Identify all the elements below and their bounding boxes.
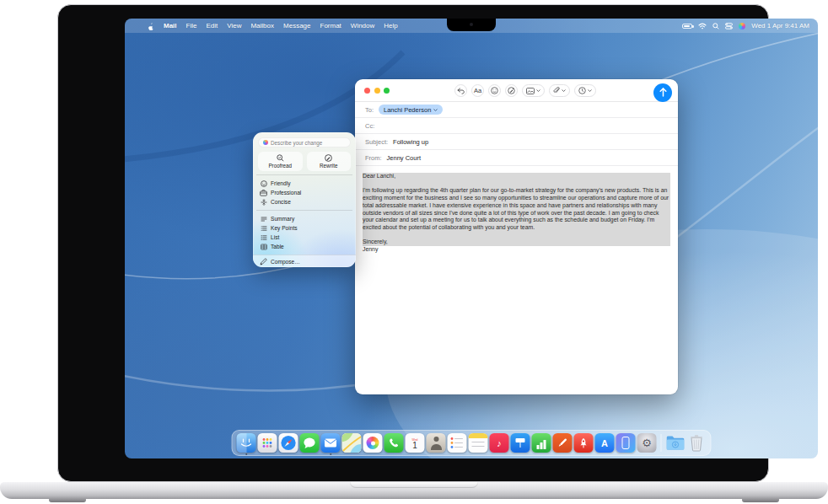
dock-keynote-icon[interactable] (511, 433, 530, 453)
chevron-down-icon (536, 89, 540, 92)
menu-item-mailbox[interactable]: Mailbox (250, 22, 274, 29)
compose-toolbar: Aa (454, 84, 596, 97)
search-icon[interactable] (712, 23, 719, 29)
contacts-silhouette (433, 437, 438, 442)
battery-icon[interactable] (682, 24, 692, 29)
to-recipient-name: Lanchi Pederson (384, 106, 431, 114)
tone-item-friendly[interactable]: Friendly (258, 179, 351, 188)
writing-tools-button[interactable] (505, 84, 518, 97)
menu-item-help[interactable]: Help (384, 22, 397, 29)
dock-facetime-icon[interactable] (384, 433, 404, 453)
close-button[interactable] (364, 88, 370, 94)
dock-pages-icon[interactable] (553, 433, 573, 453)
menu-item-view[interactable]: View (227, 22, 241, 29)
tone-item-concise[interactable]: Concise (258, 197, 351, 206)
to-recipient-token[interactable]: Lanchi Pederson (379, 105, 443, 115)
macbook-foot-left (49, 497, 86, 502)
rewrite-button[interactable]: Rewrite (307, 152, 352, 171)
dock-reminders-icon[interactable] (448, 433, 467, 453)
send-button[interactable] (653, 83, 672, 102)
menu-item-window[interactable]: Window (351, 22, 374, 29)
format-item-list[interactable]: List (258, 233, 351, 242)
tone-item-professional[interactable]: Professional (258, 188, 351, 197)
writing-tools-buttons: Proofread Rewrite (258, 152, 351, 171)
blank-line (363, 180, 670, 188)
cc-field[interactable]: Cc: (355, 118, 678, 134)
from-field[interactable]: From: Jenny Court (355, 150, 678, 166)
rewrite-pencil-icon (325, 154, 332, 162)
menu-item-format[interactable]: Format (320, 22, 341, 29)
control-center-icon[interactable] (725, 23, 733, 29)
traffic-lights (364, 88, 390, 94)
zoom-button[interactable] (384, 88, 390, 94)
photos-pinwheel (367, 437, 379, 449)
menu-item-mail[interactable]: Mail (164, 22, 177, 29)
paperclip-icon (553, 87, 560, 94)
photo-browser-button[interactable] (522, 84, 545, 97)
dock-numbers-icon[interactable] (532, 433, 551, 453)
subject-field[interactable]: Subject: Following up (355, 134, 678, 150)
writing-tools-popup: Describe your change Proofread Rewrite F… (253, 132, 356, 267)
siri-icon[interactable] (739, 23, 745, 29)
dock-notes-icon[interactable] (469, 433, 488, 453)
menu-item-file[interactable]: File (186, 22, 197, 29)
emoji-button[interactable] (488, 84, 501, 97)
wifi-icon[interactable] (698, 23, 707, 29)
dock-maps-icon[interactable] (342, 433, 362, 453)
describe-change-input[interactable]: Describe your change (258, 137, 351, 147)
macbook-foot-right (742, 497, 779, 502)
menu-item-edit[interactable]: Edit (206, 22, 218, 29)
menu-bar-clock[interactable]: Wed 1 Apr 9:41 AM (751, 22, 809, 29)
chevron-down-icon (433, 109, 438, 111)
dock-finder-icon[interactable] (237, 433, 256, 453)
to-field[interactable]: To: Lanchi Pederson (355, 102, 678, 118)
message-body[interactable]: Dear Lanchi, I'm following up regarding … (355, 166, 678, 260)
summary-lines-icon (261, 216, 267, 223)
format-item-key-points[interactable]: Key Points (258, 223, 351, 233)
apple-logo-icon[interactable] (147, 22, 154, 30)
dock-downloads-icon[interactable] (666, 433, 686, 453)
format-item-table[interactable]: Table (258, 242, 351, 251)
send-later-button[interactable] (574, 84, 596, 97)
macbook-base (0, 482, 828, 499)
gear-glyph: ⚙ (642, 437, 652, 449)
format-button[interactable]: Aa (471, 84, 484, 97)
dock-launchpad-icon[interactable] (258, 433, 277, 453)
dock-music-icon[interactable]: ♪ (490, 433, 509, 453)
format-item-summary[interactable]: Summary (258, 214, 351, 223)
music-note-glyph: ♪ (497, 438, 502, 448)
subject-value: Following up (393, 138, 428, 146)
dock-contacts-icon[interactable] (427, 433, 446, 453)
macbook-screen: Mail File Edit View Mailbox Message Form… (57, 4, 769, 482)
dock-mail-icon[interactable] (321, 433, 341, 453)
menu-bar-left: Mail File Edit View Mailbox Message Form… (125, 22, 398, 30)
proofread-button[interactable]: Proofread (258, 152, 303, 171)
emoji-icon (491, 87, 498, 94)
dock-trash-icon[interactable] (687, 433, 707, 453)
menu-bar-status: Wed 1 Apr 9:41 AM (682, 22, 818, 29)
describe-change-placeholder: Describe your change (271, 140, 322, 146)
compose-menu-item[interactable]: Compose… (253, 255, 356, 267)
compose-pencil-icon (260, 258, 267, 265)
window-titlebar[interactable]: Aa (355, 79, 678, 102)
body-paragraph: I'm following up regarding the 4th quart… (363, 187, 670, 231)
list-icon (261, 234, 267, 241)
menu-item-message[interactable]: Message (283, 22, 310, 29)
dock-photos-icon[interactable] (363, 433, 383, 453)
dock-messages-icon[interactable] (300, 433, 320, 453)
dock-system-settings-icon[interactable]: ⚙ (637, 433, 657, 453)
attach-button[interactable] (549, 84, 570, 97)
dock-app-store-icon[interactable]: A (595, 433, 615, 453)
undo-button[interactable] (454, 84, 467, 97)
dock-safari-icon[interactable] (279, 433, 298, 453)
desktop: Mail File Edit View Mailbox Message Form… (125, 19, 818, 458)
dock-calendar-icon[interactable]: Wed1 (406, 433, 425, 453)
briefcase-icon (260, 190, 267, 196)
clock-icon (578, 87, 586, 94)
subject-label: Subject: (365, 138, 388, 146)
running-indicator (245, 453, 248, 456)
dock-iphone-mirroring-icon[interactable] (616, 433, 636, 453)
writing-tools-icon (508, 87, 515, 94)
minimize-button[interactable] (374, 88, 380, 94)
dock-rocket-app-icon[interactable] (574, 433, 594, 453)
